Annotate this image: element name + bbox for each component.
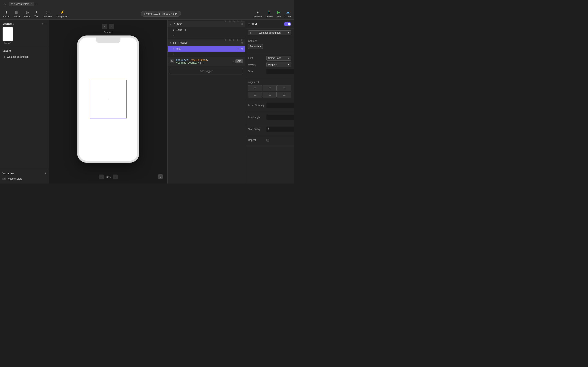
- text-trigger-name: Text: [176, 47, 181, 50]
- home-icon[interactable]: ⌂: [2, 1, 8, 7]
- run-action[interactable]: ▶ Run: [277, 10, 281, 18]
- size-input[interactable]: [267, 69, 294, 74]
- shape-tool[interactable]: ◎ Shape: [24, 10, 30, 18]
- formula-help-icon[interactable]: ?: [232, 60, 233, 63]
- align-left-bottom[interactable]: [248, 92, 262, 98]
- formula-comma: ,: [207, 58, 208, 61]
- text-trigger-dot: [241, 48, 243, 50]
- right-panel-title-text: Text: [251, 22, 257, 26]
- variable-item[interactable]: ✕ weatherData: [2, 176, 46, 181]
- nav-forward-button[interactable]: ›: [109, 24, 114, 29]
- tab-icon: ◻: [11, 3, 13, 6]
- container-tool[interactable]: ⬚ Container: [43, 10, 52, 18]
- add-tab-button[interactable]: +: [35, 2, 37, 6]
- font-dropdown[interactable]: Select Font ▾: [267, 56, 291, 60]
- repeat-checkbox[interactable]: [267, 139, 269, 142]
- sort-scenes-button[interactable]: ≡: [45, 22, 46, 25]
- layer-name: Weather description: [7, 55, 29, 58]
- ruler-spacer-start: [168, 20, 225, 21]
- weight-dropdown[interactable]: Regular ▾: [267, 62, 291, 67]
- phone-screen: ·: [79, 38, 137, 161]
- zoom-in-button[interactable]: +: [113, 175, 118, 179]
- help-button[interactable]: ?: [158, 174, 163, 179]
- import-tool[interactable]: ⬇ Import: [3, 10, 9, 18]
- receive-add-icon: +: [173, 53, 174, 56]
- alignment-row-2: [248, 92, 291, 98]
- ruler-mark-02: 0.2: [229, 20, 232, 22]
- text-tool[interactable]: T Text: [35, 10, 39, 17]
- letter-spacing-input[interactable]: [267, 103, 294, 108]
- receive-group-dot: [241, 42, 243, 44]
- property-dropdown[interactable]: T Weather description ▾: [248, 30, 291, 35]
- send-trigger-item[interactable]: ➤ Send: [168, 27, 245, 33]
- formula-string: "weather.0.main": [176, 62, 199, 64]
- font-row: Font Select Font ▾: [248, 56, 291, 60]
- cloud-action[interactable]: ☁ Cloud: [285, 10, 291, 18]
- device-selector[interactable]: iPhone 13/13 Pro 390 × 844: [141, 11, 181, 17]
- start-group-dot: [241, 23, 243, 25]
- ruler-marks-start: 0 0.2 0.4 0.6 0.8: [225, 20, 245, 21]
- scene-thumbnail[interactable]: [2, 27, 13, 41]
- component-tool[interactable]: ⚡ Component: [57, 10, 68, 18]
- start-add-row[interactable]: +: [168, 33, 245, 38]
- letter-spacing-row: Letter Spacing: [248, 103, 291, 108]
- device-action[interactable]: 📱 Device: [266, 10, 273, 18]
- text-tool-icon: T: [35, 10, 38, 14]
- phone-notch: [96, 38, 121, 43]
- add-variable-button[interactable]: +: [45, 172, 46, 175]
- scene-item: Scene 1: [2, 27, 13, 44]
- weight-label: Weight: [248, 63, 267, 66]
- add-scene-button[interactable]: +: [42, 22, 43, 25]
- add-trigger-button[interactable]: Add Trigger: [170, 68, 243, 75]
- start-delay-input[interactable]: [267, 127, 294, 132]
- canvas-zoom: − 76% +: [99, 175, 118, 179]
- ruler-mark-r08: 0.8: [241, 39, 243, 41]
- formula-close: ) +: [200, 62, 204, 64]
- line-height-section: Line Height: [245, 112, 294, 124]
- preview-action[interactable]: ▣ Preview: [254, 10, 261, 18]
- layer-item[interactable]: T Weather description: [2, 54, 46, 59]
- component-icon: ⚡: [60, 10, 65, 15]
- file-tab[interactable]: ◻ * weahterTest ✕: [9, 2, 34, 6]
- zoom-label: 76%: [106, 175, 111, 178]
- fx-button[interactable]: fx: [170, 59, 174, 63]
- text-trigger-item[interactable]: T Text T: [168, 46, 245, 52]
- receive-add-row[interactable]: +: [168, 52, 245, 57]
- repeat-row: Repeat: [248, 139, 291, 142]
- canvas-scene-label: Scene 1: [104, 31, 113, 34]
- right-panel: T Text T Weather description ▾ Content F…: [245, 20, 294, 184]
- formula-ok-button[interactable]: OK: [235, 59, 243, 63]
- toggle-switch[interactable]: [284, 22, 291, 26]
- zoom-out-button[interactable]: −: [99, 175, 104, 179]
- formula-input[interactable]: parseJson(weatherData, "weather.0.main")…: [176, 58, 231, 64]
- align-right-top[interactable]: [277, 85, 291, 91]
- property-select-chevron: ▾: [288, 31, 289, 34]
- align-right-bottom[interactable]: [277, 92, 291, 98]
- send-name: Send: [176, 29, 182, 31]
- formula-select-icon: ▾: [260, 45, 261, 48]
- nav-back-button[interactable]: ‹: [102, 24, 107, 29]
- line-height-input[interactable]: [267, 115, 294, 120]
- right-panel-header: T Text: [245, 20, 294, 29]
- media-tool[interactable]: ▦ Media: [14, 10, 20, 18]
- content-formula-select[interactable]: Formula ▾: [248, 44, 263, 49]
- preview-label: Preview: [254, 15, 261, 18]
- shape-icon: ◎: [26, 10, 29, 15]
- receive-group-arrow: ▼: [170, 42, 172, 44]
- align-left-top[interactable]: [248, 85, 262, 91]
- text-element-canvas[interactable]: ·: [90, 80, 127, 118]
- ruler-spacer-receive: [168, 38, 225, 40]
- scenes-area: Scene 1: [2, 27, 46, 44]
- timeline-panel: 0 0.2 0.4 0.6 0.8 ▼ ⚑ Start ➤ Send +: [167, 20, 245, 184]
- import-label: Import: [3, 15, 9, 18]
- layers-header: Layers: [2, 49, 46, 52]
- align-center-bottom[interactable]: [263, 92, 277, 98]
- variable-badge: ✕: [2, 178, 6, 180]
- tab-close-icon[interactable]: ✕: [30, 3, 32, 5]
- toolbar-right: ▣ Preview 📱 Device ▶ Run ☁ Cloud: [254, 10, 291, 18]
- align-center-top[interactable]: [263, 85, 277, 91]
- alignment-row-1: [248, 85, 291, 91]
- cloud-label: Cloud: [285, 15, 291, 18]
- layers-section: Layers T Weather description: [0, 47, 49, 169]
- repeat-label: Repeat: [248, 139, 267, 142]
